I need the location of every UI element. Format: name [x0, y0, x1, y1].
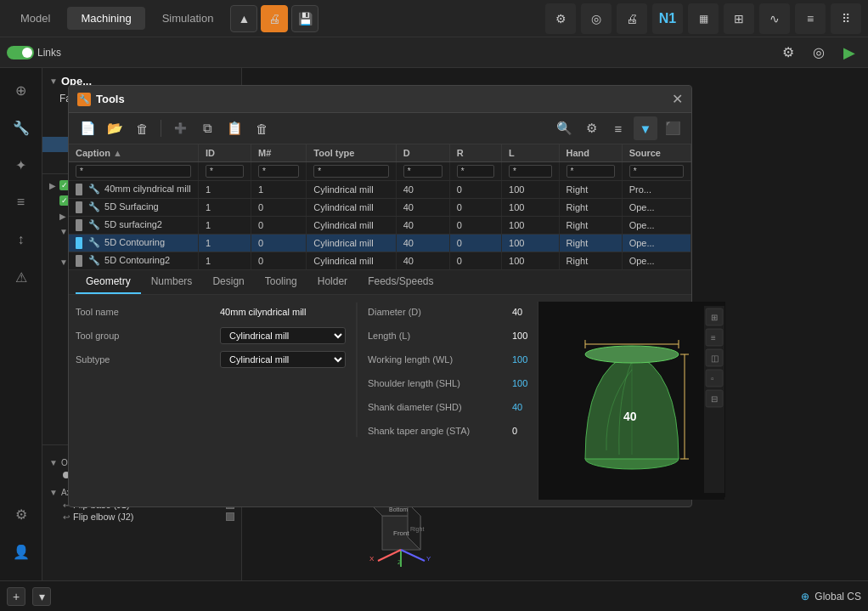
svg-point-18 — [585, 346, 679, 363]
subtype-row: Subtype Cylindrical mill — [76, 349, 346, 370]
cs-icon: ⊕ — [801, 591, 809, 603]
sidebar-arrow-icon[interactable]: ↕ — [6, 224, 37, 255]
settings2-btn[interactable]: ⚙ — [776, 41, 800, 65]
print-btn[interactable]: 🖨 — [261, 5, 288, 32]
sidebar-user-icon[interactable]: 👤 — [6, 536, 37, 567]
printer2-btn[interactable]: 🖨 — [617, 3, 647, 34]
tab-model[interactable]: Model — [7, 7, 64, 30]
col-header-r[interactable]: R — [449, 144, 501, 162]
add-btn[interactable]: ➕ — [168, 116, 192, 140]
svg-text:40: 40 — [623, 410, 637, 423]
wave-btn[interactable]: ∿ — [759, 3, 790, 34]
table-row[interactable]: 🔧 5D Contouring2 1 0 Cylindrical mill 40… — [69, 252, 691, 270]
play-btn[interactable]: ▶ — [837, 41, 861, 65]
table-row[interactable]: 🔧 5D Surfacing 1 0 Cylindrical mill 40 0… — [69, 199, 691, 217]
svg-text:Front: Front — [393, 529, 409, 537]
flip-elbow-item[interactable]: ↩ Flip elbow (J2) — [49, 511, 234, 523]
sidebar-home-icon[interactable]: ⊕ — [6, 75, 37, 105]
tool-group-row: Tool group Cylindrical mill — [76, 325, 346, 346]
col-filter-btn[interactable]: ≡ — [606, 116, 630, 140]
tool-group-select[interactable]: Cylindrical mill — [220, 327, 346, 344]
col-settings-btn[interactable]: ⚙ — [579, 116, 603, 140]
tools-table-body: 🔧 40mm cilyndrical mill 1 1 Cylindrical … — [69, 181, 691, 270]
arrow-down-btn[interactable]: ▾ — [32, 587, 51, 606]
n1-btn[interactable]: N1 — [652, 3, 683, 34]
tab-geometry[interactable]: Geometry — [76, 270, 141, 294]
filter-d[interactable] — [403, 165, 442, 178]
filter-search-btn[interactable]: 🔍 — [552, 116, 576, 140]
col-header-source[interactable]: Source — [622, 144, 690, 162]
tab-holder[interactable]: Holder — [307, 270, 358, 294]
layers-btn[interactable]: ≡ — [795, 3, 826, 34]
toolbar-sep-1 — [161, 120, 161, 137]
tool-name-row: Tool name 40mm cilyndrical mill — [76, 302, 346, 322]
shank-diameter-row: Shank diameter (SHD) 40 — [368, 397, 527, 417]
save-btn[interactable]: 💾 — [291, 5, 318, 32]
new-tool-btn[interactable]: 📄 — [76, 116, 99, 140]
sidebar-layers2-icon[interactable]: ≡ — [6, 187, 37, 218]
tab-simulation[interactable]: Simulation — [149, 7, 228, 30]
sidebar-tool-icon[interactable]: 🔧 — [6, 112, 37, 143]
open-tool-btn[interactable]: 📂 — [103, 116, 127, 140]
delete-tool-btn[interactable]: 🗑 — [130, 116, 154, 140]
subtype-select[interactable]: Cylindrical mill — [220, 351, 346, 368]
shank-diameter-value: 40 — [512, 402, 522, 412]
col-header-d[interactable]: D — [396, 144, 449, 162]
working-length-value: 100 — [512, 354, 527, 365]
expand-arrow-btn[interactable]: ▲ — [230, 5, 257, 32]
tab-feeds-speeds[interactable]: Feeds/Speeds — [358, 270, 443, 294]
tab-design[interactable]: Design — [202, 270, 254, 294]
paste-btn[interactable]: 📋 — [223, 116, 246, 140]
col-header-caption[interactable]: Caption ▲ — [69, 144, 198, 162]
svg-text:⊟: ⊟ — [711, 394, 718, 404]
dialog-title-icon: 🔧 — [77, 93, 91, 106]
trash-btn[interactable]: 🗑 — [250, 116, 273, 140]
table-row[interactable]: 🔧 5D surfacing2 1 0 Cylindrical mill 40 … — [69, 217, 691, 235]
filter-hand[interactable] — [566, 165, 615, 178]
dots-btn[interactable]: ⠿ — [831, 3, 861, 34]
filter-caption[interactable] — [76, 165, 191, 178]
active-filter-btn[interactable]: ▼ — [634, 116, 657, 140]
length-label: Length (L) — [368, 331, 512, 341]
table-row[interactable]: 🔧 5D Contouring 1 0 Cylindrical mill 40 … — [69, 235, 691, 252]
col-header-type[interactable]: Tool type — [307, 144, 396, 162]
col-header-hand[interactable]: Hand — [559, 144, 622, 162]
links-toggle[interactable]: Links — [7, 46, 61, 59]
filter-r[interactable] — [457, 165, 494, 178]
search-btn[interactable]: ◎ — [581, 3, 612, 34]
svg-text:≡: ≡ — [711, 333, 716, 342]
sidebar-warning-icon[interactable]: ⚠ — [6, 262, 37, 292]
col-header-id[interactable]: ID — [198, 144, 251, 162]
table-row[interactable]: 🔧 40mm cilyndrical mill 1 1 Cylindrical … — [69, 181, 691, 199]
filter-m[interactable] — [258, 165, 299, 178]
filter-type[interactable] — [313, 165, 388, 178]
tab-machining[interactable]: Machining — [67, 7, 144, 30]
length-row: Length (L) 100 — [368, 325, 527, 346]
dialog-close-btn[interactable]: ✕ — [672, 91, 683, 107]
filter-source[interactable] — [629, 165, 684, 178]
tab-tooling[interactable]: Tooling — [255, 270, 307, 294]
shoulder-length-value: 100 — [512, 378, 527, 388]
col-header-l[interactable]: L — [502, 144, 559, 162]
filter-l[interactable] — [509, 165, 551, 178]
links-label: Links — [37, 47, 61, 59]
grid2-btn[interactable]: ⊞ — [724, 3, 754, 34]
settings-btn[interactable]: ⚙ — [545, 3, 576, 34]
flip-elbow-checkbox[interactable] — [226, 512, 234, 521]
plus-btn[interactable]: + — [7, 587, 25, 606]
col-header-m[interactable]: M# — [251, 144, 307, 162]
filter-id[interactable] — [206, 165, 244, 178]
second-bar-icons: ⚙ ◎ ▶ — [776, 41, 861, 65]
target2-btn[interactable]: ◎ — [807, 41, 831, 65]
tools-table: Caption ▲ ID M# Tool type D R L Hand Sou… — [69, 144, 691, 270]
diameter-row: Diameter (D) 40 — [368, 302, 527, 322]
tab-numbers[interactable]: Numbers — [141, 270, 203, 294]
form-right: Diameter (D) 40 Length (L) 100 Working l… — [368, 302, 527, 500]
sidebar-nav-icon[interactable]: ✦ — [6, 150, 37, 180]
detail-tabs: Geometry Numbers Design Tooling Holder F… — [69, 270, 691, 295]
grid1-btn[interactable]: ▦ — [688, 3, 719, 34]
copy-btn[interactable]: ⧉ — [195, 116, 219, 140]
geometry-form: Tool name 40mm cilyndrical mill Tool gro… — [69, 295, 691, 506]
sidebar-settings-icon[interactable]: ⚙ — [6, 499, 37, 529]
view-btn[interactable]: ⬛ — [661, 116, 685, 140]
